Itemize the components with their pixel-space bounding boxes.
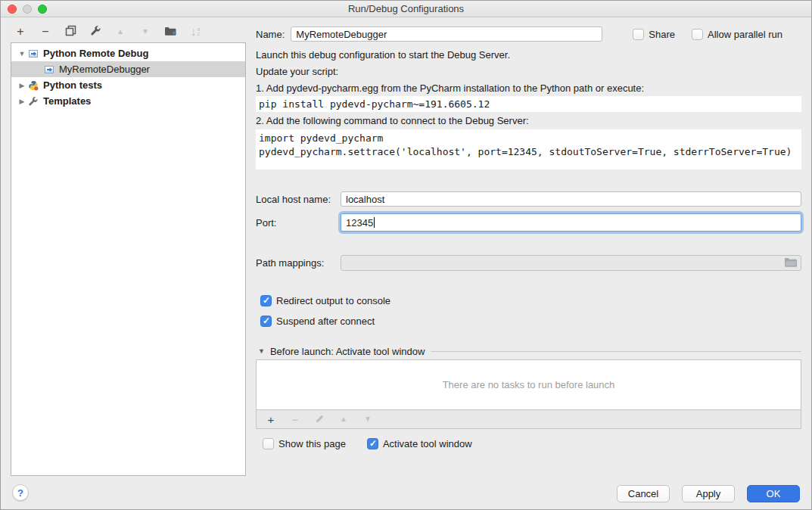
ok-button[interactable]: OK (747, 485, 800, 502)
redirect-output-label: Redirect output to console (276, 295, 390, 306)
browse-folder-icon[interactable] (784, 257, 798, 269)
tree-item-label: Python tests (43, 79, 102, 91)
suspend-after-connect-row: Suspend after connect (256, 314, 801, 328)
pip-command-text: pip install pydevd-pycharm~=191.6605.12 (259, 98, 490, 110)
before-launch-toolbar: + − ▲ ▼ (256, 410, 801, 429)
chevron-collapsed-icon[interactable]: ▶ (17, 82, 27, 89)
path-mappings-row: Path mappings: (256, 254, 801, 272)
path-mappings-label: Path mappings: (256, 257, 341, 269)
window-title: Run/Debug Configurations (348, 3, 464, 14)
pip-command-strip: pip install pydevd-pycharm~=191.6605.12 (256, 96, 801, 112)
copy-icon (65, 25, 76, 39)
run-debug-configurations-dialog: Run/Debug Configurations + − ▲ ▼ ↓az ▼ P… (0, 0, 812, 510)
up-arrow-icon: ▲ (340, 415, 347, 423)
port-value: 12345 (346, 217, 373, 229)
dialog-buttons: Cancel Apply OK (617, 485, 800, 502)
text-caret (374, 217, 375, 228)
new-folder-icon (164, 26, 177, 39)
code-line-2: pydevd_pycharm.settrace('localhost', por… (259, 145, 801, 159)
redirect-output-row: Redirect output to console (256, 294, 801, 307)
apply-button[interactable]: Apply (682, 485, 735, 502)
local-host-input[interactable] (341, 191, 801, 207)
configurations-toolbar: + − ▲ ▼ ↓az (13, 23, 203, 40)
close-button[interactable] (8, 5, 17, 14)
edit-templates-button[interactable] (88, 24, 103, 39)
local-host-row: Local host name: (256, 191, 801, 207)
local-host-label: Local host name: (256, 194, 341, 205)
minimize-button[interactable] (23, 5, 32, 14)
add-configuration-button[interactable]: + (13, 24, 28, 39)
port-row: Port: 12345 (256, 213, 801, 232)
chevron-collapsed-icon[interactable]: ▶ (17, 98, 27, 105)
code-line-1: import pydevd_pycharm (259, 132, 801, 145)
port-label: Port: (256, 217, 341, 229)
zoom-button[interactable] (38, 5, 47, 14)
chevron-expanded-icon[interactable]: ▼ (17, 50, 27, 58)
tree-item-templates[interactable]: ▶ Templates (11, 93, 245, 109)
step1-text: 1. Add pydevd-pycharm.egg from the PyCha… (256, 82, 801, 94)
tree-item-label: Templates (43, 95, 91, 107)
cancel-button[interactable]: Cancel (617, 485, 670, 502)
tree-item-myremotedebugger[interactable]: MyRemoteDebugger (11, 61, 245, 77)
titlebar: Run/Debug Configurations (1, 1, 811, 17)
traffic-lights (8, 5, 47, 14)
before-launch-task-list[interactable]: There are no tasks to run before launch (256, 359, 801, 410)
create-folder-button[interactable] (163, 24, 178, 39)
suspend-after-connect-label: Suspend after connect (276, 316, 375, 327)
down-arrow-icon: ▼ (142, 28, 149, 36)
wrench-icon (27, 95, 39, 107)
up-arrow-icon: ▲ (117, 28, 124, 36)
sort-configurations-button[interactable]: ↓az (188, 24, 203, 39)
tree-item-label: Python Remote Debug (43, 48, 148, 59)
step2-text: 2. Add the following command to connect … (256, 115, 801, 126)
separator-line (431, 351, 801, 352)
name-label: Name: (256, 29, 285, 40)
add-task-button[interactable]: + (263, 412, 278, 427)
remote-debug-config-icon (27, 48, 39, 60)
configurations-tree: ▼ Python Remote Debug MyRemoteDebugger ▶… (11, 42, 246, 476)
pencil-icon (315, 414, 325, 425)
remote-debug-config-icon (43, 64, 55, 76)
intro-text: Launch this debug configuration to start… (256, 49, 801, 61)
before-launch-title: Before launch: Activate tool window (270, 346, 425, 357)
python-tests-icon (27, 79, 39, 92)
move-task-down-button[interactable]: ▼ (360, 412, 375, 427)
question-mark-icon: ? (17, 487, 23, 499)
name-row: Name: Share Allow parallel run (256, 25, 801, 43)
tree-item-python-tests[interactable]: ▶ Python tests (11, 77, 245, 93)
settrace-code-block: import pydevd_pycharm pydevd_pycharm.set… (256, 129, 801, 169)
sort-az-icon: ↓az (191, 26, 201, 38)
allow-parallel-run-checkbox[interactable] (692, 29, 703, 40)
remove-task-button[interactable]: − (288, 412, 303, 427)
move-up-button[interactable]: ▲ (113, 24, 128, 39)
tree-item-python-remote-debug[interactable]: ▼ Python Remote Debug (11, 45, 245, 61)
port-input[interactable]: 12345 (341, 213, 801, 232)
bottom-options-row: Show this page Activate tool window (256, 437, 801, 450)
share-checkbox[interactable] (633, 29, 644, 40)
before-launch-header[interactable]: ▼ Before launch: Activate tool window (256, 345, 801, 357)
activate-tool-window-label: Activate tool window (383, 438, 472, 449)
collapse-triangle-icon[interactable]: ▼ (258, 347, 265, 355)
allow-parallel-run-label: Allow parallel run (708, 29, 782, 40)
update-script-text: Update your script: (256, 66, 801, 77)
suspend-after-connect-checkbox[interactable] (260, 316, 272, 327)
show-this-page-checkbox[interactable] (263, 438, 274, 449)
move-task-up-button[interactable]: ▲ (336, 412, 351, 427)
show-this-page-label: Show this page (278, 438, 346, 449)
tree-item-label: MyRemoteDebugger (59, 64, 150, 75)
redirect-output-checkbox[interactable] (260, 295, 272, 306)
activate-tool-window-checkbox[interactable] (367, 438, 378, 449)
down-arrow-icon: ▼ (364, 415, 372, 423)
path-mappings-input[interactable] (341, 255, 801, 271)
help-button[interactable]: ? (12, 484, 29, 501)
move-down-button[interactable]: ▼ (138, 24, 153, 39)
edit-task-button[interactable] (312, 412, 327, 427)
share-label: Share (649, 29, 675, 40)
empty-tasks-message: There are no tasks to run before launch (443, 379, 615, 390)
copy-configuration-button[interactable] (63, 24, 78, 39)
wrench-icon (90, 25, 101, 39)
remove-configuration-button[interactable]: − (38, 24, 53, 39)
name-input[interactable] (291, 26, 602, 42)
